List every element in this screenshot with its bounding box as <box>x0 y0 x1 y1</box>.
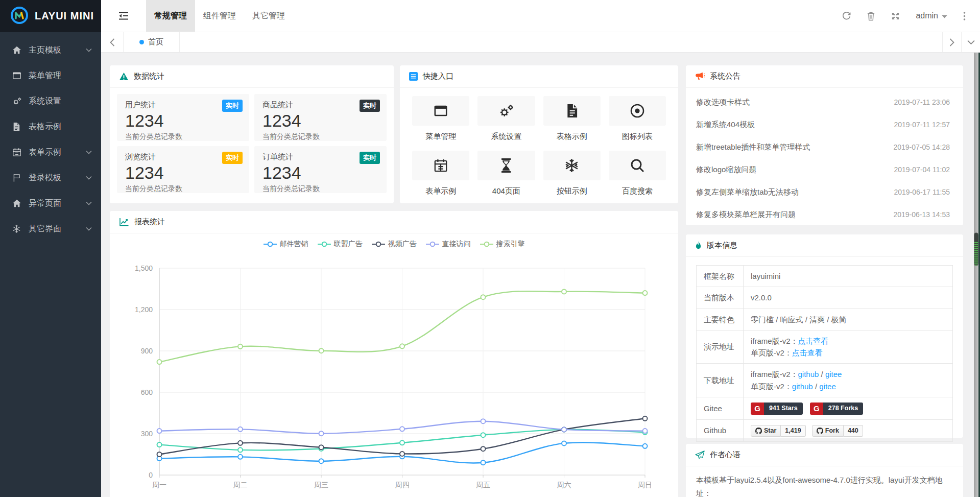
header-tab-other[interactable]: 其它管理 <box>244 0 293 32</box>
card-title-text: 版本信息 <box>707 241 737 250</box>
legend-item-视频广告[interactable]: 视频广告 <box>372 240 417 249</box>
data-point <box>157 429 162 433</box>
download-gitee-link[interactable]: gitee <box>819 382 836 391</box>
stat-box-views: 浏览统计 1234 当前分类总记录数 实时 <box>117 146 249 193</box>
y-axis-tick-label: 900 <box>141 347 153 355</box>
collapse-sidebar-button[interactable] <box>101 0 146 32</box>
sidebar: LAYUI MINI 主页模板 菜单管理 <box>0 0 101 497</box>
scrollbar-thumb[interactable] <box>974 232 978 266</box>
quick-item-baidu-search[interactable]: 百度搜索 <box>609 151 666 196</box>
legend-item-搜索引擎[interactable]: 搜索引擎 <box>480 240 525 249</box>
version-table: 框架名称 layuimini 当前版本 v2.0.0 主要特色 零门槛 / 响应… <box>696 265 953 442</box>
legend-item-直接访问[interactable]: 直接访问 <box>426 240 471 249</box>
quick-item-icons[interactable]: 图标列表 <box>609 96 666 141</box>
gitee-icon: G <box>751 403 764 415</box>
sidebar-item-other-ui[interactable]: 其它界面 <box>0 216 101 242</box>
tab-scroll-left-icon[interactable] <box>101 32 124 52</box>
window-icon <box>12 71 23 80</box>
status-badge: 实时 <box>222 100 243 112</box>
quick-item-table[interactable]: 表格示例 <box>543 96 601 141</box>
download-github-link[interactable]: github <box>792 382 813 391</box>
snowflake-icon <box>12 224 23 233</box>
table-row: 主要特色 零门槛 / 响应式 / 清爽 / 极简 <box>697 309 953 330</box>
main-content: 数据统计 用户统计 1234 当前分类总记录数 实时 商品统计 1234 当前分… <box>101 53 974 497</box>
logo[interactable]: LAYUI MINI <box>0 0 101 32</box>
demo-spa-link[interactable]: 点击查看 <box>792 348 823 357</box>
caret-down-icon <box>942 11 947 20</box>
data-point <box>643 416 648 421</box>
legend-item-联盟广告[interactable]: 联盟广告 <box>318 240 363 249</box>
quick-item-menu[interactable]: 菜单管理 <box>412 96 469 141</box>
github-star-badge[interactable]: Star 1,419 <box>751 425 806 437</box>
card-title-text: 数据统计 <box>134 72 164 81</box>
flag-icon <box>12 173 23 182</box>
quick-item-buttons[interactable]: 按钮示例 <box>543 151 601 196</box>
user-menu[interactable]: admin <box>907 11 955 20</box>
quick-item-404[interactable]: 404页面 <box>477 151 535 196</box>
tab-scroll-right-icon[interactable] <box>942 32 961 52</box>
sidebar-nav: 主页模板 菜单管理 <box>0 32 101 242</box>
sidebar-item-error-pages[interactable]: 异常页面 <box>0 191 101 216</box>
download-github-link[interactable]: github <box>798 370 819 378</box>
sidebar-item-system-settings[interactable]: 系统设置 <box>0 88 101 114</box>
sidebar-item-table-examples[interactable]: 表格示例 <box>0 114 101 139</box>
username: admin <box>916 11 938 20</box>
clear-cache-icon[interactable] <box>858 0 883 32</box>
gitee-forks-badge[interactable]: G 278 Forks <box>810 403 863 415</box>
table-row: Github Star 1,419 Fork <box>697 419 953 442</box>
table-row: 当前版本 v2.0.0 <box>697 287 953 309</box>
quick-item-form[interactable]: 表单示例 <box>412 151 469 196</box>
file-text-icon <box>12 122 23 131</box>
legend-item-邮件营销[interactable]: 邮件营销 <box>264 240 308 249</box>
card-title-text: 报表统计 <box>134 217 165 227</box>
notice-item[interactable]: 新增系统404模板 2019-07-11 12:57 <box>686 113 963 136</box>
notice-item[interactable]: 修复左侧菜单缩放tab无法移动 2019-06-17 11:55 <box>686 181 963 203</box>
sidebar-item-login-templates[interactable]: 登录模板 <box>0 165 101 191</box>
x-axis-tick-label: 周五 <box>476 481 490 489</box>
tab-operations-dropdown-icon[interactable] <box>961 32 980 52</box>
paper-plane-icon <box>695 451 705 459</box>
header-tab-general[interactable]: 常规管理 <box>146 0 195 32</box>
notice-item[interactable]: 新增treetable插件和菜单管理样式 2019-07-05 14:28 <box>686 136 963 158</box>
y-axis-tick-label: 600 <box>141 388 153 396</box>
sidebar-item-menu-management[interactable]: 菜单管理 <box>0 63 101 88</box>
gitee-stars-badge[interactable]: G 941 Stars <box>751 403 803 415</box>
github-fork-badge[interactable]: Fork 440 <box>812 425 863 437</box>
sidebar-item-form-examples[interactable]: 表单示例 <box>0 139 101 165</box>
card-title-text: 作者心语 <box>710 450 740 460</box>
header-tab-components[interactable]: 组件管理 <box>195 0 244 32</box>
card-quick-entry: 快捷入口 菜单管理 <box>400 65 678 203</box>
data-point <box>319 459 324 463</box>
notice-item[interactable]: 修改logo缩放问题 2019-07-04 11:02 <box>686 158 963 181</box>
card-system-announcements: 系统公告 修改选项卡样式 2019-07-11 23:06 新增系统404模板 … <box>686 65 963 225</box>
scrollbar-track[interactable] <box>974 53 978 497</box>
gears-icon <box>477 96 535 126</box>
sidebar-item-home-templates[interactable]: 主页模板 <box>0 37 101 63</box>
chart-legend: 邮件营销联盟广告视频广告直接访问搜索引擎 <box>110 240 678 249</box>
github-icon <box>755 428 762 434</box>
more-menu-icon[interactable] <box>955 0 973 32</box>
tab-bar: 首页 <box>101 32 980 53</box>
calendar-icon <box>412 151 469 180</box>
notice-item[interactable]: 修复多模块菜单栏展开有问题 2019-06-13 14:53 <box>686 203 963 226</box>
download-gitee-link[interactable]: gitee <box>825 370 842 378</box>
demo-iframe-link[interactable]: 点击查看 <box>798 337 829 345</box>
tab-home[interactable]: 首页 <box>124 32 180 52</box>
logo-text: LAYUI MINI <box>35 10 94 22</box>
author-line1: 本模板基于layui2.5.4以及font-awesome-4.7.0进行实现。… <box>696 476 943 497</box>
status-badge: 实时 <box>360 100 380 112</box>
logo-icon <box>10 6 29 27</box>
github-icon <box>817 428 823 434</box>
circle-dot-icon <box>609 96 666 126</box>
sidebar-item-label: 菜单管理 <box>29 70 61 81</box>
data-point <box>643 429 648 433</box>
refresh-icon[interactable] <box>834 0 858 32</box>
report-chart: 03006009001,2001,500周一周二周三周四周五周六周日 <box>110 252 678 497</box>
quick-item-settings[interactable]: 系统设置 <box>477 96 535 141</box>
notice-item[interactable]: 修改选项卡样式 2019-07-11 23:06 <box>686 91 963 113</box>
search-icon <box>609 151 666 180</box>
home-icon <box>12 199 23 208</box>
y-axis-tick-label: 1,200 <box>135 305 153 314</box>
fullscreen-icon[interactable] <box>883 0 907 32</box>
sidebar-item-label: 主页模板 <box>29 45 61 56</box>
